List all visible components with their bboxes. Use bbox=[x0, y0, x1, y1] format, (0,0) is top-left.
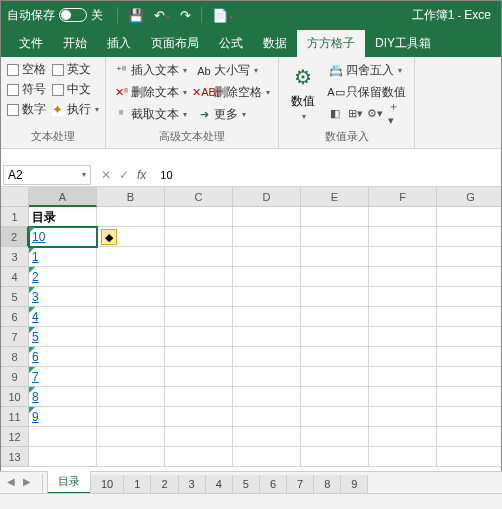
cell-D6[interactable] bbox=[233, 307, 301, 327]
sheet-tab-4[interactable]: 4 bbox=[205, 475, 233, 494]
cell-D10[interactable] bbox=[233, 387, 301, 407]
sheet-tab-9[interactable]: 9 bbox=[340, 475, 368, 494]
cell-A13[interactable] bbox=[29, 447, 97, 467]
chk-number[interactable]: 数字 bbox=[7, 101, 46, 118]
tab-方方格子[interactable]: 方方格子 bbox=[297, 30, 365, 57]
col-header-D[interactable]: D bbox=[233, 187, 301, 207]
col-header-B[interactable]: B bbox=[97, 187, 165, 207]
cell-F5[interactable] bbox=[369, 287, 437, 307]
cell-E3[interactable] bbox=[301, 247, 369, 267]
cell-E11[interactable] bbox=[301, 407, 369, 427]
cell-B3[interactable] bbox=[97, 247, 165, 267]
cell-B1[interactable] bbox=[97, 207, 165, 227]
cell-G12[interactable] bbox=[437, 427, 501, 447]
cell-D13[interactable] bbox=[233, 447, 301, 467]
doc-icon[interactable]: 📄▾ bbox=[212, 8, 233, 23]
btn-extract-text[interactable]: ᴵᴵ截取文本▾ bbox=[112, 105, 189, 124]
horizontal-scrollbar[interactable] bbox=[0, 493, 502, 509]
toggle-switch[interactable] bbox=[59, 8, 87, 22]
chk-english[interactable]: 英文 bbox=[52, 61, 99, 78]
tab-开始[interactable]: 开始 bbox=[53, 30, 97, 57]
tab-插入[interactable]: 插入 bbox=[97, 30, 141, 57]
cell-A6[interactable]: 4 bbox=[29, 307, 97, 327]
btn-round[interactable]: 📇四舍五入▾ bbox=[327, 61, 408, 80]
cell-E4[interactable] bbox=[301, 267, 369, 287]
cell-F1[interactable] bbox=[369, 207, 437, 227]
cancel-icon[interactable]: ✕ bbox=[101, 168, 111, 182]
cell-F2[interactable] bbox=[369, 227, 437, 247]
cell-G9[interactable] bbox=[437, 367, 501, 387]
cell-E10[interactable] bbox=[301, 387, 369, 407]
btn-delete-text[interactable]: ✕ᴵᴵ删除文本▾ bbox=[112, 83, 189, 102]
col-header-G[interactable]: G bbox=[437, 187, 501, 207]
cell-C7[interactable] bbox=[165, 327, 233, 347]
cell-A11[interactable]: 9 bbox=[29, 407, 97, 427]
row-header-11[interactable]: 11 bbox=[1, 407, 29, 427]
cell-F4[interactable] bbox=[369, 267, 437, 287]
sheet-nav-next-icon[interactable]: ▶ bbox=[20, 476, 34, 490]
sheet-tab-10[interactable]: 10 bbox=[90, 475, 124, 494]
sheet-tab-8[interactable]: 8 bbox=[313, 475, 341, 494]
cell-D11[interactable] bbox=[233, 407, 301, 427]
cell-D2[interactable] bbox=[233, 227, 301, 247]
cell-G1[interactable] bbox=[437, 207, 501, 227]
cell-B7[interactable] bbox=[97, 327, 165, 347]
cell-A2[interactable]: 10 bbox=[29, 227, 97, 247]
cell-F8[interactable] bbox=[369, 347, 437, 367]
cell-E13[interactable] bbox=[301, 447, 369, 467]
cell-G7[interactable] bbox=[437, 327, 501, 347]
row-header-6[interactable]: 6 bbox=[1, 307, 29, 327]
name-box[interactable]: A2▾ bbox=[3, 165, 91, 185]
cell-C2[interactable] bbox=[165, 227, 233, 247]
col-header-E[interactable]: E bbox=[301, 187, 369, 207]
cell-G5[interactable] bbox=[437, 287, 501, 307]
small-icon-1[interactable]: ◧ bbox=[327, 105, 343, 121]
cell-F13[interactable] bbox=[369, 447, 437, 467]
cell-B5[interactable] bbox=[97, 287, 165, 307]
sheet-tab-2[interactable]: 2 bbox=[150, 475, 178, 494]
btn-execute[interactable]: ✦执行▾ bbox=[52, 101, 99, 118]
cell-F9[interactable] bbox=[369, 367, 437, 387]
redo-icon[interactable]: ↷ bbox=[180, 8, 191, 23]
sheet-tab-7[interactable]: 7 bbox=[286, 475, 314, 494]
enter-icon[interactable]: ✓ bbox=[119, 168, 129, 182]
tab-页面布局[interactable]: 页面布局 bbox=[141, 30, 209, 57]
cell-A3[interactable]: 1 bbox=[29, 247, 97, 267]
cell-B12[interactable] bbox=[97, 427, 165, 447]
cell-F7[interactable] bbox=[369, 327, 437, 347]
cell-A9[interactable]: 7 bbox=[29, 367, 97, 387]
chk-symbol[interactable]: 符号 bbox=[7, 81, 46, 98]
cell-D8[interactable] bbox=[233, 347, 301, 367]
cell-A7[interactable]: 5 bbox=[29, 327, 97, 347]
sheet-nav-prev-icon[interactable]: ◀ bbox=[4, 476, 18, 490]
cell-C13[interactable] bbox=[165, 447, 233, 467]
cell-A8[interactable]: 6 bbox=[29, 347, 97, 367]
cell-C6[interactable] bbox=[165, 307, 233, 327]
row-header-10[interactable]: 10 bbox=[1, 387, 29, 407]
small-icon-4[interactable]: ＋▾ bbox=[387, 105, 403, 121]
cell-C4[interactable] bbox=[165, 267, 233, 287]
cell-B11[interactable] bbox=[97, 407, 165, 427]
cell-C5[interactable] bbox=[165, 287, 233, 307]
formula-input[interactable]: 10 bbox=[154, 169, 501, 181]
cell-D7[interactable] bbox=[233, 327, 301, 347]
cell-A10[interactable]: 8 bbox=[29, 387, 97, 407]
cell-A1[interactable]: 目录 bbox=[29, 207, 97, 227]
cell-E12[interactable] bbox=[301, 427, 369, 447]
error-indicator-icon[interactable]: ◆ bbox=[101, 229, 117, 245]
btn-delete-space[interactable]: ✕AB删除空格▾ bbox=[195, 83, 272, 102]
cell-B6[interactable] bbox=[97, 307, 165, 327]
row-header-13[interactable]: 13 bbox=[1, 447, 29, 467]
cell-D4[interactable] bbox=[233, 267, 301, 287]
undo-icon[interactable]: ↶▾ bbox=[154, 8, 170, 23]
row-header-5[interactable]: 5 bbox=[1, 287, 29, 307]
cell-E9[interactable] bbox=[301, 367, 369, 387]
col-header-C[interactable]: C bbox=[165, 187, 233, 207]
cell-G2[interactable] bbox=[437, 227, 501, 247]
cell-D9[interactable] bbox=[233, 367, 301, 387]
cell-A12[interactable] bbox=[29, 427, 97, 447]
tab-DIY工具箱[interactable]: DIY工具箱 bbox=[365, 30, 441, 57]
cell-G11[interactable] bbox=[437, 407, 501, 427]
cell-C10[interactable] bbox=[165, 387, 233, 407]
row-header-9[interactable]: 9 bbox=[1, 367, 29, 387]
